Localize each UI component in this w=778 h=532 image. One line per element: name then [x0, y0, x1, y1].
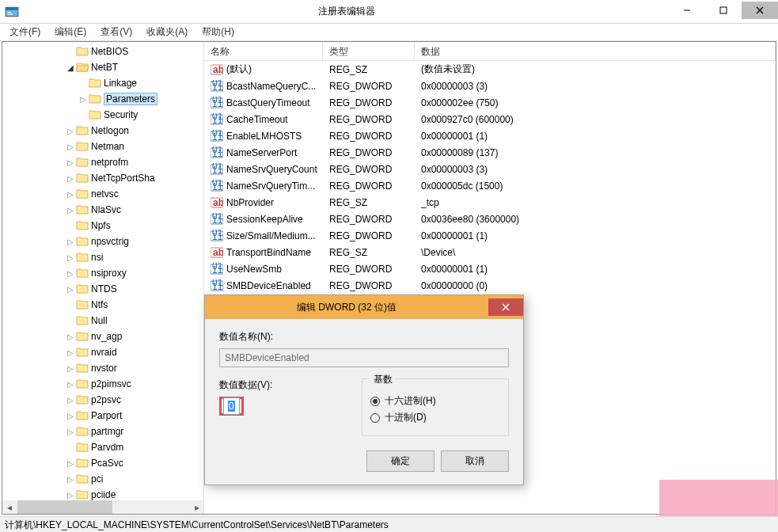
tree-item-label: PcaSvc — [91, 458, 123, 469]
expander-icon[interactable]: ▷ — [78, 95, 88, 104]
list-row[interactable]: NameSrvQueryTim...REG_DWORD0x000005dc (1… — [204, 177, 776, 194]
expander-icon[interactable]: ▷ — [66, 206, 75, 215]
expander-icon[interactable]: ▷ — [66, 127, 75, 135]
scroll-left-icon[interactable]: ◂ — [2, 500, 16, 514]
maximize-button[interactable] — [705, 2, 742, 19]
value-data-input[interactable]: 0 — [223, 397, 240, 415]
expander-icon[interactable]: ▷ — [66, 332, 75, 341]
list-row[interactable]: NameServerPortREG_DWORD0x00000089 (137) — [204, 144, 776, 161]
tree-pane[interactable]: NetBIOS◢NetBTLinkage▷ParametersSecurity▷… — [2, 42, 203, 514]
expander-icon[interactable]: ▷ — [66, 348, 75, 357]
expander-icon[interactable]: ▷ — [66, 238, 75, 246]
tree-item[interactable]: Parvdm — [2, 439, 203, 455]
tree-item-label: p2psvc — [91, 394, 121, 405]
tree-item[interactable]: ▷netprofm — [2, 154, 203, 170]
tree-item[interactable]: ▷pci — [2, 471, 203, 487]
list-row[interactable]: NameSrvQueryCountREG_DWORD0x00000003 (3) — [204, 161, 776, 177]
list-row[interactable]: NbProviderREG_SZ_tcp — [204, 194, 776, 211]
scroll-right-icon[interactable]: ▸ — [190, 500, 203, 514]
tree-item[interactable]: Npfs — [2, 218, 203, 234]
expander-icon[interactable]: ▷ — [66, 428, 75, 436]
expander-icon[interactable]: ▷ — [66, 174, 75, 183]
tree-item[interactable]: ▷NTDS — [2, 281, 203, 297]
dialog-close-button[interactable] — [488, 298, 523, 316]
col-name[interactable]: 名称 — [204, 42, 323, 60]
col-type[interactable]: 类型 — [323, 42, 415, 60]
tree-item[interactable]: ▷nsiproxy — [2, 265, 203, 281]
list-row[interactable]: SessionKeepAliveREG_DWORD0x0036ee80 (360… — [204, 211, 776, 227]
folder-icon — [75, 61, 89, 74]
folder-icon — [75, 283, 89, 295]
tree-item[interactable]: ◢NetBT — [2, 59, 203, 75]
menu-favorites[interactable]: 收藏夹(A) — [140, 24, 194, 40]
tree-item[interactable]: ▷PcaSvc — [2, 455, 203, 471]
folder-icon — [75, 346, 89, 359]
list-row[interactable]: Size/Small/Medium...REG_DWORD0x00000001 … — [204, 227, 776, 244]
tree-item[interactable]: ▷Parameters — [2, 91, 203, 107]
list-row[interactable]: UseNewSmbREG_DWORD0x00000001 (1) — [204, 260, 776, 277]
tree-item[interactable]: ▷nv_agp — [2, 329, 203, 344]
expander-icon[interactable]: ▷ — [66, 253, 75, 262]
expander-icon[interactable]: ▷ — [66, 142, 75, 151]
dialog-title: 编辑 DWORD (32 位)值 — [205, 301, 488, 314]
tree-item[interactable]: Security — [2, 107, 203, 123]
list-row[interactable]: TransportBindNameREG_SZ\Device\ — [204, 244, 776, 260]
tree-item[interactable]: Null — [2, 313, 203, 329]
list-row[interactable]: EnableLMHOSTSREG_DWORD0x00000001 (1) — [204, 127, 776, 144]
tree-item[interactable]: ▷p2pimsvc — [2, 376, 203, 392]
registry-tree[interactable]: NetBIOS◢NetBTLinkage▷ParametersSecurity▷… — [2, 42, 203, 500]
expander-icon[interactable]: ▷ — [66, 459, 75, 468]
tree-item[interactable]: ▷Netman — [2, 139, 203, 154]
value-name: EnableLMHOSTS — [226, 131, 302, 142]
close-button[interactable] — [742, 2, 778, 19]
tree-item-label: NetBIOS — [91, 46, 128, 57]
radio-hex[interactable]: 十六进制(H) — [370, 394, 500, 408]
list-row[interactable]: (默认)REG_SZ(数值未设置) — [204, 61, 776, 78]
tree-item[interactable]: ▷Parport — [2, 408, 203, 424]
ok-button[interactable]: 确定 — [366, 450, 435, 472]
tree-item[interactable]: ▷netvsc — [2, 186, 203, 202]
list-body[interactable]: (默认)REG_SZ(数值未设置)BcastNameQueryC...REG_D… — [204, 61, 776, 294]
expander-icon[interactable]: ▷ — [66, 380, 75, 389]
tree-item[interactable]: ▷partmgr — [2, 424, 203, 439]
radio-dec[interactable]: 十进制(D) — [370, 411, 500, 424]
cancel-button[interactable]: 取消 — [441, 450, 509, 472]
tree-item-label: nv_agp — [91, 331, 122, 342]
menu-help[interactable]: 帮助(H) — [195, 24, 241, 40]
menu-edit[interactable]: 编辑(E) — [48, 24, 93, 40]
tree-item[interactable]: ▷nvraid — [2, 344, 203, 360]
tree-item[interactable]: Linkage — [2, 75, 203, 91]
scroll-thumb[interactable] — [17, 500, 112, 514]
tree-hscrollbar[interactable]: ◂ ▸ — [2, 500, 203, 514]
expander-icon[interactable]: ▷ — [66, 412, 75, 420]
folder-icon — [75, 219, 89, 232]
tree-item[interactable]: Ntfs — [2, 297, 203, 313]
expander-icon[interactable]: ▷ — [66, 396, 75, 405]
list-row[interactable]: BcastQueryTimeoutREG_DWORD0x000002ee (75… — [204, 94, 776, 111]
tree-item[interactable]: ▷nvstor — [2, 360, 203, 376]
col-data[interactable]: 数据 — [415, 42, 776, 60]
menu-file[interactable]: 文件(F) — [3, 24, 47, 40]
tree-item[interactable]: ▷p2psvc — [2, 392, 203, 408]
tree-item[interactable]: ▷pciide — [2, 487, 203, 500]
expander-icon[interactable]: ▷ — [66, 190, 75, 199]
menu-view[interactable]: 查看(V) — [94, 24, 139, 40]
tree-item[interactable]: ▷NetTcpPortSha — [2, 170, 203, 186]
expander-icon[interactable]: ▷ — [66, 475, 75, 484]
expander-icon[interactable]: ▷ — [66, 158, 75, 167]
tree-item[interactable]: ▷Netlogon — [2, 123, 203, 139]
tree-item[interactable]: ▷NlaSvc — [2, 202, 203, 218]
expander-icon[interactable]: ▷ — [66, 285, 75, 294]
tree-item[interactable]: ▷npsvctrig — [2, 234, 203, 249]
expander-icon[interactable]: ▷ — [66, 269, 75, 278]
list-row[interactable]: SMBDeviceEnabledREG_DWORD0x00000000 (0) — [204, 277, 776, 294]
expander-icon[interactable]: ▷ — [66, 364, 75, 373]
tree-item[interactable]: ▷nsi — [2, 249, 203, 265]
expander-icon[interactable]: ◢ — [66, 63, 75, 72]
list-row[interactable]: BcastNameQueryC...REG_DWORD0x00000003 (3… — [204, 78, 776, 94]
minimize-button[interactable] — [669, 2, 705, 19]
list-row[interactable]: CacheTimeoutREG_DWORD0x000927c0 (600000) — [204, 111, 776, 127]
tree-item[interactable]: NetBIOS — [2, 44, 203, 59]
expander-icon[interactable]: ▷ — [66, 491, 75, 500]
tree-item-label: Null — [91, 315, 108, 326]
